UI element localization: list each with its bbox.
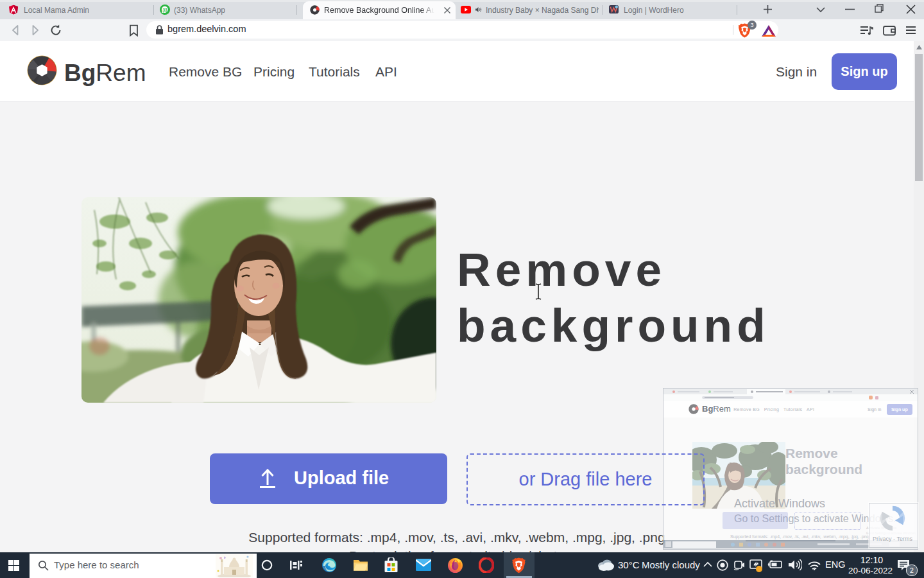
svg-text:33: 33 [162, 8, 167, 12]
